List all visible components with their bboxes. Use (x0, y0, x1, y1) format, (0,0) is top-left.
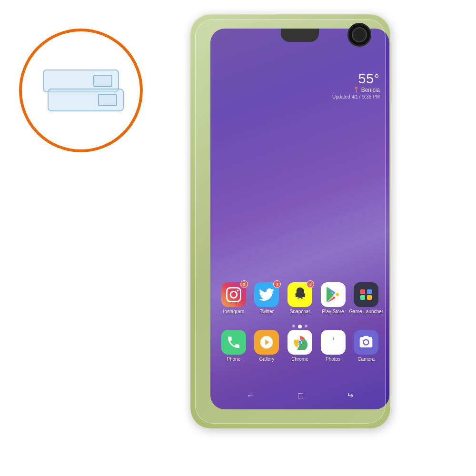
app-phone[interactable]: Phone (220, 330, 248, 362)
phone-screen: 55° 📍 Benicia Updated 4/17 9:36 PM 3 (210, 29, 389, 409)
phone-icon[interactable] (221, 330, 246, 355)
phone-app-label: Phone (227, 357, 240, 362)
product-illustration (19, 29, 143, 152)
app-gallery[interactable]: Gallery (253, 330, 280, 362)
snapchat-badge: 3 (307, 280, 314, 288)
twitter-badge: 1 (273, 280, 281, 288)
photos-icon[interactable] (321, 330, 346, 355)
screen-protector-2 (48, 89, 124, 111)
app-snapchat[interactable]: 3 Snapchat (286, 282, 314, 314)
twitter-icon[interactable]: 1 (254, 282, 279, 307)
app-chrome[interactable]: Chrome (286, 330, 314, 362)
photos-label: Photos (326, 357, 340, 362)
phone-body: 55° 📍 Benicia Updated 4/17 9:36 PM 3 (190, 14, 390, 428)
chrome-label: Chrome (291, 357, 308, 362)
playstore-label: Play Store (322, 309, 344, 314)
notch (281, 29, 319, 42)
weather-widget: 55° 📍 Benicia Updated 4/17 9:36 PM (332, 71, 380, 99)
app-twitter[interactable]: 1 Twitter (253, 282, 280, 314)
svg-point-3 (331, 340, 335, 344)
gallery-label: Gallery (259, 357, 275, 362)
app-row-1: 3 Instagram 1 Twitter (219, 282, 381, 314)
app-camera[interactable]: Camera (352, 330, 380, 362)
app-instagram[interactable]: 3 Instagram (220, 282, 248, 314)
camera-label: Camera (357, 357, 375, 362)
svg-point-2 (298, 341, 302, 344)
instagram-icon[interactable]: 3 (221, 282, 246, 307)
instagram-label: Instagram (223, 309, 244, 314)
home-button[interactable]: □ (298, 391, 303, 401)
snapchat-icon[interactable]: 3 (288, 282, 312, 307)
instagram-badge: 3 (240, 280, 248, 288)
snapchat-label: Snapchat (290, 309, 310, 314)
nav-dots (292, 325, 307, 328)
nav-dot-3 (305, 325, 307, 327)
gamelauncher-label: Game Launcher (349, 309, 383, 314)
chrome-icon[interactable] (288, 330, 312, 355)
camera-icon[interactable] (354, 330, 378, 355)
weather-location: 📍 Benicia (332, 87, 380, 93)
back-button[interactable]: ← (246, 391, 255, 401)
nav-dot-2 (298, 325, 302, 328)
gallery-icon[interactable] (254, 330, 279, 355)
gamelauncher-icon[interactable] (354, 282, 378, 307)
recents-button[interactable]: ↵ (347, 390, 354, 401)
app-gamelauncher[interactable]: Game Launcher (352, 282, 380, 314)
location-pin-icon: 📍 (353, 87, 360, 93)
phone-mockup: 55° 📍 Benicia Updated 4/17 9:36 PM 3 (181, 14, 409, 462)
weather-updated: Updated 4/17 9:36 PM (332, 94, 380, 99)
bottom-nav-bar: ← □ ↵ (210, 390, 389, 401)
nav-dot-1 (292, 325, 295, 327)
camera-hole (347, 23, 371, 47)
app-photos[interactable]: Photos (319, 330, 347, 362)
app-row-2: Phone Gallery (219, 330, 381, 362)
playstore-icon[interactable] (321, 282, 346, 307)
app-playstore[interactable]: Play Store (319, 282, 347, 314)
weather-temperature: 55° (332, 71, 380, 87)
twitter-label: Twitter (260, 309, 274, 314)
